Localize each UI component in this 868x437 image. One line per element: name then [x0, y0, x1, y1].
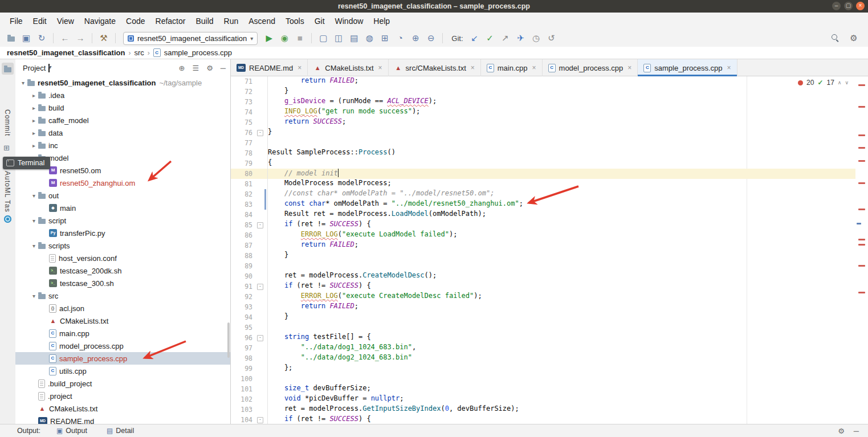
statusbar-hide-icon[interactable]: ─ [854, 427, 859, 435]
error-stripe-mark[interactable] [858, 292, 865, 293]
tree-item--project[interactable]: .project [15, 390, 230, 402]
collapse-all-icon[interactable]: ☰ [192, 64, 199, 72]
tree-item-main[interactable]: main [15, 202, 230, 214]
git-push-icon[interactable]: ↗ [500, 33, 511, 43]
tree-item-out[interactable]: ▾out [15, 189, 230, 202]
code-line-96[interactable]: string testFile[] = { [268, 333, 855, 343]
gutter-line-81[interactable]: 81 [231, 179, 267, 189]
close-tab-icon[interactable]: × [627, 64, 631, 72]
history-icon[interactable]: ◷ [531, 33, 541, 43]
tab-model-process-cpp[interactable]: model_process.cpp× [543, 59, 638, 76]
code-line-77[interactable] [268, 138, 855, 148]
tree-item-scripts[interactable]: ▾scripts [15, 239, 230, 252]
statusbar-settings-icon[interactable]: ⚙ [838, 427, 845, 435]
gutter-line-84[interactable]: 84 [231, 210, 267, 220]
code-line-83[interactable]: const char* omModelPath = "../model/resn… [268, 199, 855, 210]
gutter-line-73[interactable]: 73 [231, 97, 267, 107]
code-line-103[interactable]: ret = modelProcess.GetInputSizeByIndex(0… [268, 405, 855, 415]
menu-help[interactable]: Help [368, 15, 395, 27]
code-line-79[interactable]: { [268, 158, 855, 169]
error-stripe-mark[interactable] [858, 209, 865, 210]
project-panel-title[interactable]: Project [23, 64, 46, 72]
code-line-91[interactable]: if (ret != SUCCESS) { [268, 281, 855, 292]
menu-file[interactable]: File [5, 15, 28, 27]
code-line-86[interactable]: ERROR_LOG("execute LoadModel failed"); [268, 230, 855, 240]
terminal-tool-button[interactable]: Terminal [3, 157, 50, 169]
error-stripe-mark[interactable] [858, 106, 865, 108]
code-line-78[interactable]: Result SampleProcess::Process() [268, 148, 855, 158]
minimize-icon[interactable]: – [832, 2, 841, 10]
gutter-line-72[interactable]: 72 [231, 87, 267, 97]
coverage-icon[interactable]: ◍ [364, 33, 374, 43]
code-line-76[interactable]: } [268, 128, 855, 138]
fold-icon[interactable]: - [257, 130, 263, 136]
menu-window[interactable]: Window [330, 15, 369, 27]
tree-item-utils-cpp[interactable]: utils.cpp [15, 365, 230, 377]
close-tab-icon[interactable]: × [298, 64, 301, 72]
code-line-92[interactable]: ERROR_LOG("execute CreateModelDesc faile… [268, 292, 855, 302]
hide-panel-icon[interactable]: ─ [221, 64, 226, 72]
tree-item-resnet50-imagenet-classification[interactable]: ▾resnet50_imagenet_classification~/tag/s… [15, 76, 230, 89]
sync-icon[interactable]: ↻ [36, 33, 47, 43]
breadcrumb-project[interactable]: resnet50_imagenet_classification [7, 48, 125, 57]
tree-item-data[interactable]: ▸data [15, 126, 230, 139]
gutter-line-75[interactable]: 75 [231, 117, 267, 128]
gutter-line-100[interactable]: 100 [231, 374, 267, 384]
chevron-right-icon[interactable]: ▸ [30, 92, 38, 99]
fold-icon[interactable]: - [257, 335, 263, 341]
chevron-right-icon[interactable]: ▸ [30, 117, 38, 124]
code-line-99[interactable]: }; [268, 364, 855, 374]
gutter-line-83[interactable]: 83 [231, 199, 267, 210]
chevron-right-icon[interactable]: ▸ [30, 130, 38, 136]
gutter-line-103[interactable]: 103 [231, 405, 267, 415]
code-line-80[interactable]: // model init [268, 169, 855, 179]
tree-item-script[interactable]: ▾script [15, 214, 230, 227]
tab-cmakelists-txt[interactable]: CMakeLists.txt× [308, 59, 388, 76]
code-line-94[interactable]: } [268, 312, 855, 322]
tree-item-readme-md[interactable]: README.md [15, 415, 230, 424]
error-stripe-mark[interactable] [858, 265, 865, 267]
chevron-down-icon[interactable]: ▾ [30, 218, 38, 224]
code-line-89[interactable] [268, 261, 855, 271]
structure-icon[interactable]: ⊞ [3, 144, 10, 152]
gutter-line-102[interactable]: 102 [231, 394, 267, 405]
model-visualizer-icon[interactable]: ◫ [333, 33, 344, 43]
gutter-line-95[interactable]: 95 [231, 322, 267, 333]
maximize-icon[interactable]: ▢ [844, 2, 853, 10]
gutter-line-74[interactable]: 74 [231, 107, 267, 117]
tab-main-cpp[interactable]: main.cpp× [481, 59, 543, 76]
tree-item-sample-process-cpp[interactable]: sample_process.cpp [15, 352, 230, 365]
tab-sample-process-cpp[interactable]: sample_process.cpp× [638, 59, 737, 76]
automl-stripe-button[interactable]: AutoML Tas [3, 171, 11, 213]
settings-icon[interactable]: ⚙ [849, 33, 859, 43]
tree-item-testcase-200dk-sh[interactable]: testcase_200dk.sh [15, 264, 230, 277]
fold-icon[interactable]: - [257, 284, 263, 290]
tree-item-testcase-300-sh[interactable]: testcase_300.sh [15, 277, 230, 289]
code-line-93[interactable]: return FAILED; [268, 302, 855, 312]
tree-item-build[interactable]: ▸build [15, 101, 230, 114]
fold-icon[interactable]: - [257, 222, 263, 228]
gutter-line-80[interactable]: 80 [231, 169, 267, 179]
gutter-line-71[interactable]: 71 [231, 76, 267, 87]
code-line-100[interactable] [268, 374, 855, 384]
gutter-line-97[interactable]: 97 [231, 343, 267, 353]
menu-code[interactable]: Code [121, 15, 150, 27]
git-send-icon[interactable]: ✈ [516, 33, 526, 43]
profiler-icon[interactable]: ◔ [395, 33, 405, 43]
code-line-74[interactable]: INFO_LOG("get run mode success"); [268, 107, 855, 117]
tree-scrollbar[interactable] [227, 322, 230, 358]
tree-item-inc[interactable]: ▸inc [15, 139, 230, 152]
tab-readme-md[interactable]: README.md× [231, 59, 308, 76]
menu-build[interactable]: Build [190, 15, 218, 27]
zoom-in-icon[interactable]: ⊕ [410, 33, 421, 43]
code-line-90[interactable]: ret = modelProcess.CreateModelDesc(); [268, 271, 855, 281]
gutter-line-98[interactable]: 98 [231, 353, 267, 364]
gutter-line-82[interactable]: 82 [231, 189, 267, 199]
menu-navigate[interactable]: Navigate [79, 15, 121, 27]
output-tab[interactable]: ▣ Output [53, 426, 91, 435]
menu-refactor[interactable]: Refactor [150, 15, 191, 27]
error-stripe-mark[interactable] [858, 182, 865, 184]
code-line-102[interactable]: void *picDevBuffer = nullptr; [268, 394, 855, 405]
gutter-line-91[interactable]: 91- [231, 281, 267, 292]
chevron-down-icon[interactable]: ▾ [30, 293, 38, 299]
